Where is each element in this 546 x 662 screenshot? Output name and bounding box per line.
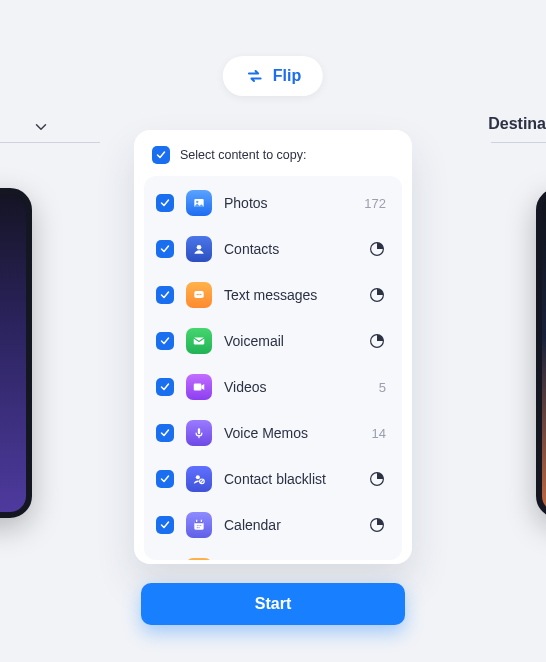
flip-button[interactable]: Flip bbox=[223, 56, 323, 96]
destination-label: Destina bbox=[488, 115, 546, 133]
item-checkbox[interactable] bbox=[156, 470, 174, 488]
calendar-icon bbox=[186, 512, 212, 538]
start-label: Start bbox=[255, 595, 291, 613]
svg-rect-11 bbox=[194, 384, 202, 391]
svg-line-16 bbox=[200, 480, 203, 483]
list-item[interactable]: Videos5 bbox=[150, 364, 392, 410]
blacklist-icon bbox=[186, 466, 212, 492]
item-checkbox[interactable] bbox=[156, 424, 174, 442]
voicememos-icon bbox=[186, 420, 212, 446]
flip-label: Flip bbox=[273, 67, 301, 85]
svg-rect-19 bbox=[194, 521, 203, 523]
destination-underline bbox=[491, 142, 546, 143]
item-label: Calendar bbox=[224, 517, 356, 533]
svg-point-1 bbox=[196, 201, 198, 203]
contacts-icon bbox=[186, 236, 212, 262]
loading-icon bbox=[368, 332, 386, 350]
destination-phone-preview bbox=[536, 188, 546, 518]
item-checkbox[interactable] bbox=[156, 378, 174, 396]
item-label: Photos bbox=[224, 195, 350, 211]
content-list[interactable]: Photos172Contacts Text messages Voicemai… bbox=[144, 176, 402, 560]
item-label: Contact blacklist bbox=[224, 471, 356, 487]
item-checkbox[interactable] bbox=[156, 286, 174, 304]
svg-point-22 bbox=[197, 525, 198, 526]
card-header: Select content to copy: bbox=[134, 144, 412, 176]
flip-icon bbox=[245, 66, 265, 86]
svg-point-6 bbox=[198, 294, 200, 296]
source-underline bbox=[0, 142, 100, 143]
svg-point-25 bbox=[197, 527, 198, 528]
svg-rect-12 bbox=[198, 428, 200, 434]
svg-point-23 bbox=[198, 525, 199, 526]
item-count: 5 bbox=[362, 380, 386, 395]
source-dropdown-toggle[interactable] bbox=[32, 118, 50, 136]
loading-icon bbox=[368, 240, 386, 258]
photos-icon bbox=[186, 190, 212, 216]
item-checkbox[interactable] bbox=[156, 516, 174, 534]
item-checkbox[interactable] bbox=[156, 332, 174, 350]
start-button[interactable]: Start bbox=[141, 583, 405, 625]
list-item[interactable]: Photos172 bbox=[150, 180, 392, 226]
list-item[interactable]: Calendar bbox=[150, 502, 392, 548]
svg-point-14 bbox=[196, 475, 200, 479]
list-item[interactable]: Reminders bbox=[150, 548, 392, 560]
videos-icon bbox=[186, 374, 212, 400]
loading-icon bbox=[368, 286, 386, 304]
item-label: Text messages bbox=[224, 287, 356, 303]
loading-icon bbox=[368, 516, 386, 534]
svg-point-7 bbox=[200, 294, 202, 296]
item-label: Contacts bbox=[224, 241, 356, 257]
svg-point-2 bbox=[197, 245, 202, 250]
voicemail-icon bbox=[186, 328, 212, 354]
select-all-checkbox[interactable] bbox=[152, 146, 170, 164]
reminders-icon bbox=[186, 558, 212, 560]
list-item[interactable]: Text messages bbox=[150, 272, 392, 318]
item-checkbox[interactable] bbox=[156, 194, 174, 212]
content-list-wrap: Photos172Contacts Text messages Voicemai… bbox=[144, 176, 402, 560]
list-item[interactable]: Voice Memos14 bbox=[150, 410, 392, 456]
svg-point-24 bbox=[200, 525, 201, 526]
content-card: Select content to copy: Photos172Contact… bbox=[134, 130, 412, 564]
item-label: Videos bbox=[224, 379, 350, 395]
list-item[interactable]: Contact blacklist bbox=[150, 456, 392, 502]
item-count: 14 bbox=[362, 426, 386, 441]
item-checkbox[interactable] bbox=[156, 240, 174, 258]
select-all-label: Select content to copy: bbox=[180, 148, 306, 162]
item-label: Voice Memos bbox=[224, 425, 350, 441]
list-item[interactable]: Voicemail bbox=[150, 318, 392, 364]
item-count: 172 bbox=[362, 196, 386, 211]
item-label: Voicemail bbox=[224, 333, 356, 349]
list-item[interactable]: Contacts bbox=[150, 226, 392, 272]
loading-icon bbox=[368, 470, 386, 488]
svg-point-5 bbox=[196, 294, 198, 296]
svg-point-26 bbox=[198, 527, 199, 528]
source-phone-preview bbox=[0, 188, 32, 518]
messages-icon bbox=[186, 282, 212, 308]
